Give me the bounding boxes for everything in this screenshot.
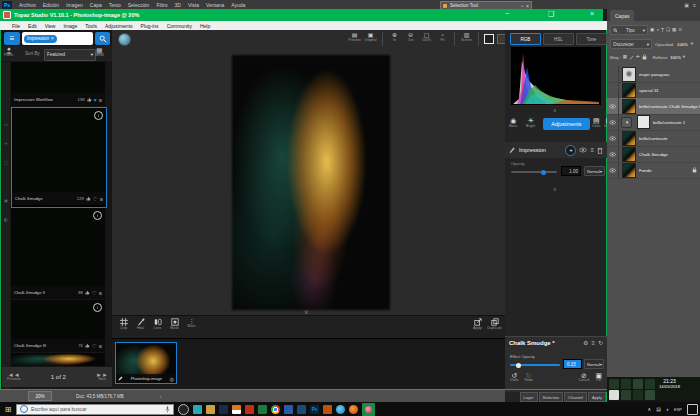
preset-thumbnail[interactable]: i <box>12 108 106 192</box>
cancel-button[interactable]: ⊘Cancel <box>578 372 589 383</box>
collapse-down-icon[interactable]: ∨ <box>553 186 557 192</box>
menu-imagen[interactable]: Imagen <box>66 2 83 8</box>
apply-button[interactable]: Apply <box>471 318 484 331</box>
search-button[interactable] <box>95 32 110 45</box>
preset-card[interactable]: i Chalk Smudge II 88 ♡ ≡ <box>11 208 105 299</box>
tray-tile[interactable] <box>645 390 655 400</box>
screen-button[interactable]: ▥Screen <box>460 32 473 43</box>
lock-paint-icon[interactable] <box>629 55 634 60</box>
histogram-tab-hsl[interactable]: HSL <box>543 33 574 45</box>
lock-move-icon[interactable]: ✛ <box>636 55 640 60</box>
adjustments-button[interactable]: Adjustments <box>543 118 590 130</box>
tab-capas[interactable]: Capas <box>610 10 634 21</box>
illustrator-icon[interactable] <box>323 405 332 414</box>
info-icon[interactable]: i <box>93 211 102 220</box>
visual-studio-icon[interactable] <box>297 405 306 414</box>
menu-tools[interactable]: Tools <box>85 23 97 29</box>
tray-tile[interactable] <box>645 379 655 389</box>
photoshop-taskbar-icon[interactable]: Ps <box>310 405 319 414</box>
menu-icon[interactable]: ≡ <box>590 147 594 153</box>
layer-thumbnail[interactable] <box>622 163 636 178</box>
effect-blend-dropdown[interactable]: Normal▾ <box>584 359 604 369</box>
fit-button[interactable]: ▫Fit <box>436 32 449 43</box>
thumbs-up-icon[interactable] <box>85 290 90 295</box>
collapse-panel-icon[interactable]: ▣ <box>684 2 689 8</box>
layer-row-selected[interactable]: brillo/contraste Chalk Smudge II <box>607 98 700 115</box>
previous-page-button[interactable]: ◄◄ Previous <box>7 372 21 382</box>
hamburger-menu-button[interactable]: ≡ <box>4 32 20 45</box>
thumbs-up-icon[interactable] <box>85 343 90 348</box>
excel-icon[interactable] <box>258 405 267 414</box>
taskbar-clock[interactable]: 21:23 14/05/2018 <box>659 378 680 389</box>
menu-plugins[interactable]: Plug-ins <box>141 23 159 29</box>
add-adjustment-icon[interactable]: + <box>565 145 576 156</box>
preset-card-selected[interactable]: i Chalk Smudge 129 ♡ ≡ <box>11 107 107 208</box>
visibility-toggle[interactable] <box>607 146 619 162</box>
hidden-icons-chevron[interactable]: ∧ <box>648 406 652 412</box>
word-icon[interactable] <box>284 405 293 414</box>
opacity-slider[interactable] <box>511 171 557 173</box>
preset-thumbnail[interactable] <box>11 62 105 93</box>
small-view-button[interactable]: ▦ Small <box>95 47 104 58</box>
zoom-100-button[interactable]: ▢100% <box>420 32 433 43</box>
preset-card[interactable]: i Chalk Smudge III 76 ♡ ≡ <box>11 300 105 352</box>
heal-button[interactable]: Heal <box>134 318 147 331</box>
filter-smart-icon[interactable]: ▦ <box>672 28 676 33</box>
menu-adjustments[interactable]: Adjustments <box>105 23 133 29</box>
microphone-icon[interactable] <box>165 406 170 413</box>
filmstrip-thumbnail-selected[interactable]: Photoshop-image ◎ <box>115 342 177 384</box>
preset-card[interactable]: Impression Workflow 138 ♥ ≡ <box>11 62 105 106</box>
filter-adjustment-icon[interactable]: ◑ <box>656 28 659 33</box>
zoom-out-button[interactable]: ⊖Out <box>404 32 417 43</box>
reset-icon[interactable]: ↻ <box>598 340 603 346</box>
undo-button[interactable]: ↺Undo <box>510 372 518 383</box>
menu-icon[interactable]: ≡ <box>100 196 103 202</box>
trash-icon[interactable] <box>597 147 603 154</box>
info-icon[interactable]: i <box>94 111 103 120</box>
restore-icon[interactable]: ❑ <box>548 10 554 18</box>
tab-layer[interactable]: Layer <box>520 392 538 402</box>
blend-mode-dropdown[interactable]: Oscurecer▾ <box>610 39 652 49</box>
edge-icon[interactable] <box>336 405 345 414</box>
filter-pin-icon[interactable]: ⊙ <box>678 28 682 33</box>
search-input[interactable]: Impression × <box>22 32 93 45</box>
vlc-icon[interactable] <box>232 405 241 414</box>
histogram-tab-rgb[interactable]: RGB <box>510 33 541 45</box>
menu-image[interactable]: Image <box>63 23 77 29</box>
tray-tile[interactable] <box>633 379 643 389</box>
sort-dropdown[interactable]: Featured ▾ <box>44 49 96 61</box>
opacity-value[interactable]: 100% <box>677 42 688 47</box>
layer-row[interactable]: ◑ brillo/contraste 1 <box>607 114 700 131</box>
layer-thumbnail[interactable] <box>622 83 636 98</box>
menu-3d[interactable]: 3D <box>175 2 181 8</box>
tray-tile[interactable] <box>609 390 619 400</box>
visibility-toggle[interactable] <box>607 66 619 82</box>
language-indicator[interactable]: ESP <box>674 407 682 412</box>
notification-center-icon[interactable] <box>687 404 698 415</box>
visibility-toggle[interactable] <box>607 162 619 178</box>
close-icon[interactable]: × <box>526 3 529 9</box>
preset-card-partial[interactable] <box>11 353 105 366</box>
layer-mask-thumbnail[interactable] <box>637 115 650 129</box>
search-tag[interactable]: Impression × <box>24 35 57 43</box>
gear-icon[interactable]: ⚙ <box>583 340 588 346</box>
filter-type-icon[interactable]: T <box>661 28 664 33</box>
heart-outline-icon[interactable]: ♡ <box>92 290 97 296</box>
info-icon[interactable]: i <box>93 303 102 312</box>
menu-texto[interactable]: Texto <box>109 2 121 8</box>
heart-outline-icon[interactable]: ♡ <box>93 196 98 202</box>
fill-value[interactable]: 100% <box>670 55 681 60</box>
menu-icon[interactable]: ≡ <box>99 97 102 103</box>
mail-icon[interactable] <box>193 405 202 414</box>
layer-thumbnail[interactable] <box>622 131 636 146</box>
preview-image[interactable] <box>232 55 390 310</box>
eye-icon[interactable] <box>579 147 587 153</box>
original-button[interactable]: ▣Original <box>364 32 377 43</box>
heart-outline-icon[interactable]: ♡ <box>92 343 97 349</box>
menu-view[interactable]: View <box>45 23 56 29</box>
layer-row[interactable]: mujer paraguas <box>607 66 700 83</box>
collapse-up-icon[interactable]: ∧ <box>553 107 557 113</box>
volume-icon[interactable]: ◗ <box>666 406 669 412</box>
file-explorer-icon[interactable] <box>206 405 215 414</box>
collapse-chevron-icon[interactable]: ∨ <box>304 308 308 315</box>
